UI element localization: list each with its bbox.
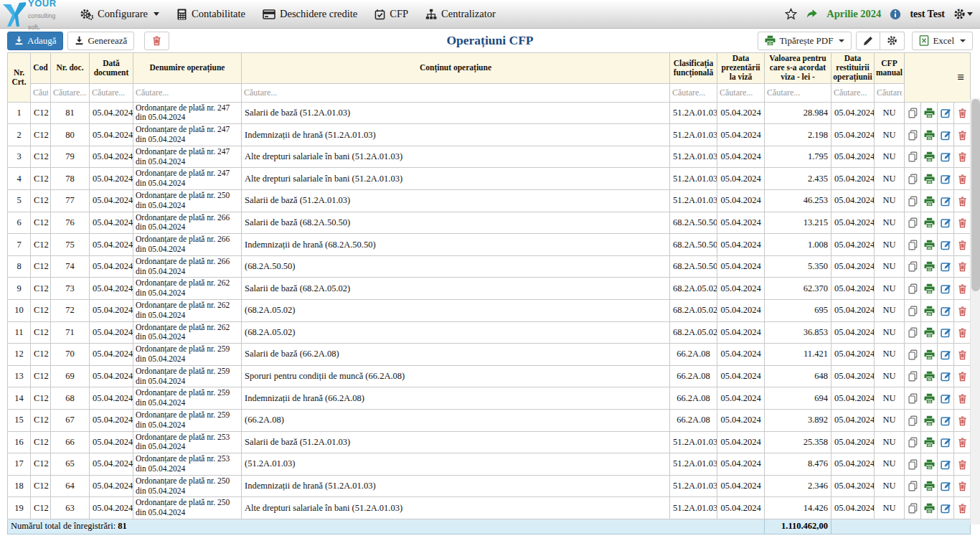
- print-row-icon[interactable]: [921, 190, 938, 212]
- delete-row-icon[interactable]: [954, 190, 971, 212]
- search-input-data-document[interactable]: [90, 84, 133, 102]
- edit-row-icon[interactable]: [938, 497, 954, 519]
- copy-row-icon[interactable]: [905, 475, 921, 497]
- switch-period-arrow-icon[interactable]: [806, 9, 818, 19]
- edit-row-icon[interactable]: [938, 300, 954, 322]
- edit-row-icon[interactable]: [938, 255, 954, 278]
- print-row-icon[interactable]: [921, 168, 938, 190]
- search-input-denumire[interactable]: [133, 84, 241, 102]
- menu-item-cfp[interactable]: CFP: [374, 8, 408, 20]
- search-input-cod[interactable]: [31, 84, 50, 102]
- print-row-icon[interactable]: [921, 234, 938, 256]
- generate-button[interactable]: Generează: [67, 32, 134, 50]
- edit-row-icon[interactable]: [938, 278, 954, 300]
- edit-row-icon[interactable]: [938, 409, 954, 431]
- print-row-icon[interactable]: [921, 300, 938, 322]
- edit-columns-button[interactable]: [856, 32, 880, 50]
- copy-row-icon[interactable]: [905, 255, 921, 278]
- excel-button[interactable]: Excel: [912, 32, 973, 50]
- menu-item-contabilitate[interactable]: Contabilitate: [176, 8, 245, 20]
- edit-row-icon[interactable]: [938, 212, 954, 234]
- print-row-icon[interactable]: [921, 212, 938, 234]
- copy-row-icon[interactable]: [905, 102, 921, 124]
- copy-row-icon[interactable]: [905, 212, 921, 234]
- print-row-icon[interactable]: [921, 365, 938, 387]
- delete-row-icon[interactable]: [954, 255, 971, 278]
- copy-row-icon[interactable]: [905, 124, 921, 146]
- print-pdf-button[interactable]: Tipărește PDF: [758, 32, 852, 50]
- copy-row-icon[interactable]: [905, 409, 921, 431]
- copy-row-icon[interactable]: [905, 168, 921, 190]
- copy-row-icon[interactable]: [905, 431, 921, 453]
- copy-row-icon[interactable]: [905, 278, 921, 300]
- vertical-scrollbar[interactable]: [970, 98, 980, 524]
- grid-settings-button[interactable]: [880, 32, 905, 50]
- edit-row-icon[interactable]: [938, 431, 954, 453]
- delete-row-icon[interactable]: [954, 497, 971, 519]
- print-row-icon[interactable]: [921, 124, 938, 146]
- user-name[interactable]: test Test: [910, 9, 945, 20]
- edit-row-icon[interactable]: [938, 365, 954, 387]
- delete-row-icon[interactable]: [954, 387, 971, 410]
- menu-item-centralizator[interactable]: Centralizator: [425, 8, 496, 20]
- print-row-icon[interactable]: [921, 475, 938, 497]
- print-row-icon[interactable]: [921, 431, 938, 453]
- delete-row-icon[interactable]: [954, 102, 971, 124]
- delete-row-icon[interactable]: [954, 212, 971, 234]
- edit-row-icon[interactable]: [938, 190, 954, 212]
- app-logo[interactable]: YOUR consulting soft.: [0, 0, 75, 29]
- copy-row-icon[interactable]: [905, 190, 921, 212]
- delete-row-icon[interactable]: [954, 300, 971, 322]
- delete-row-icon[interactable]: [954, 234, 971, 256]
- menu-item-deschidere-credite[interactable]: Deschidere credite: [263, 8, 357, 20]
- search-input-cfp-manual[interactable]: [875, 84, 904, 102]
- delete-row-icon[interactable]: [954, 431, 971, 453]
- edit-row-icon[interactable]: [938, 453, 954, 476]
- edit-row-icon[interactable]: [938, 321, 954, 344]
- copy-row-icon[interactable]: [905, 146, 921, 168]
- edit-row-icon[interactable]: [938, 168, 954, 190]
- delete-row-icon[interactable]: [954, 124, 971, 146]
- print-row-icon[interactable]: [921, 278, 938, 300]
- settings-gear-icon[interactable]: [953, 8, 973, 20]
- edit-row-icon[interactable]: [938, 124, 954, 146]
- print-row-icon[interactable]: [921, 102, 938, 124]
- print-row-icon[interactable]: [921, 255, 938, 278]
- print-row-icon[interactable]: [921, 497, 938, 519]
- print-row-icon[interactable]: [921, 344, 938, 366]
- delete-row-icon[interactable]: [954, 321, 971, 344]
- favorite-star-icon[interactable]: [785, 8, 797, 20]
- current-period[interactable]: Aprilie 2024: [826, 8, 881, 20]
- copy-row-icon[interactable]: [905, 497, 921, 519]
- copy-row-icon[interactable]: [905, 344, 921, 366]
- print-row-icon[interactable]: [921, 146, 938, 168]
- delete-row-icon[interactable]: [954, 475, 971, 497]
- print-row-icon[interactable]: [921, 409, 938, 431]
- info-icon[interactable]: [890, 9, 901, 20]
- edit-row-icon[interactable]: [938, 234, 954, 256]
- columns-menu-icon[interactable]: ≡: [905, 53, 971, 103]
- delete-selected-button[interactable]: [144, 32, 169, 50]
- delete-row-icon[interactable]: [954, 278, 971, 300]
- search-input-data-prezentarii[interactable]: [717, 84, 764, 102]
- copy-row-icon[interactable]: [905, 365, 921, 387]
- print-row-icon[interactable]: [921, 453, 938, 476]
- delete-row-icon[interactable]: [954, 146, 971, 168]
- scrollbar-thumb[interactable]: [971, 99, 980, 291]
- edit-row-icon[interactable]: [938, 102, 954, 124]
- delete-row-icon[interactable]: [954, 168, 971, 190]
- copy-row-icon[interactable]: [905, 300, 921, 322]
- copy-row-icon[interactable]: [905, 234, 921, 256]
- print-row-icon[interactable]: [921, 387, 938, 410]
- copy-row-icon[interactable]: [905, 387, 921, 410]
- print-row-icon[interactable]: [921, 321, 938, 344]
- edit-row-icon[interactable]: [938, 387, 954, 410]
- copy-row-icon[interactable]: [905, 321, 921, 344]
- edit-row-icon[interactable]: [938, 146, 954, 168]
- search-input-continut[interactable]: [242, 84, 669, 102]
- menu-item-configurare[interactable]: Configurare: [80, 8, 159, 20]
- search-input-valoarea[interactable]: [765, 84, 831, 102]
- edit-row-icon[interactable]: [938, 475, 954, 497]
- add-button[interactable]: Adaugă: [7, 32, 63, 50]
- edit-row-icon[interactable]: [938, 344, 954, 366]
